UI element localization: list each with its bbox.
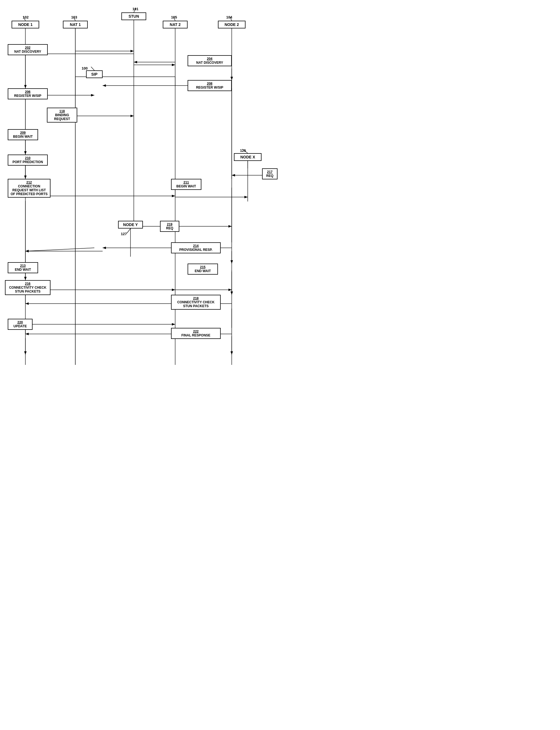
p210-box: 210 PORT PREDICTION (8, 154, 48, 166)
svg-line-37 (25, 248, 94, 251)
nodey-box: NODE Y (118, 221, 143, 228)
ref-105: 105 (171, 15, 177, 19)
p212-box: 212 CONNECTION REQUEST WITH LIST OF PRED… (8, 179, 50, 198)
svg-line-15 (91, 67, 94, 70)
p215-box: 215 END WAIT (188, 263, 218, 274)
p214-box: 214 PROVISIONAL RESP. (171, 242, 221, 253)
ref-127: 127 (121, 232, 127, 236)
p118-box: 118 BINDING REQUEST (47, 108, 77, 122)
p216-box: 216 CONNECTIVITY CHECK STUN PACKETS (5, 280, 50, 295)
diagram: 102 103 101 105 104 NODE 1 NAT 1 STUN NA… (0, 0, 280, 365)
svg-line-16 (127, 228, 130, 233)
ref-125: 125 (240, 148, 246, 153)
p208-box: 208 REGISTER W/SIP (188, 80, 232, 91)
nat1-box: NAT 1 (63, 21, 88, 28)
p211-box: 211 BEGIN WAIT (171, 179, 201, 190)
p213-box: 213 END WAIT (8, 262, 38, 273)
p217-box: 217 REQ (262, 168, 278, 179)
p202-box: 202 NAT DISCOVERY (8, 44, 48, 55)
p206-box: 206 REGISTER W/SIP (8, 88, 48, 99)
ref-103: 103 (71, 15, 77, 19)
nodex-box: NODE X (234, 153, 262, 161)
ref-101: 101 (132, 7, 138, 11)
p222-box: 222 FINAL RESPONSE (171, 328, 221, 339)
node1-box: NODE 1 (12, 21, 39, 28)
node2-box: NODE 2 (218, 21, 246, 28)
p219-box: 219 REQ (160, 221, 179, 232)
p204-box: 204 NAT DISCOVERY (188, 55, 232, 66)
p218-box: 218 CONNECTIVITY CHECK STUN PACKETS (171, 295, 221, 310)
ref-100: 100 (82, 66, 88, 70)
p209-box: 209 BEGIN WAIT (8, 129, 38, 140)
ref-104: 104 (226, 15, 232, 19)
ref-102: 102 (23, 15, 29, 19)
stun-box: STUN (121, 12, 146, 20)
sip-box: SIP (86, 70, 103, 78)
nat2-box: NAT 2 (163, 21, 188, 28)
p220-box: 220 UPDATE (8, 319, 33, 330)
